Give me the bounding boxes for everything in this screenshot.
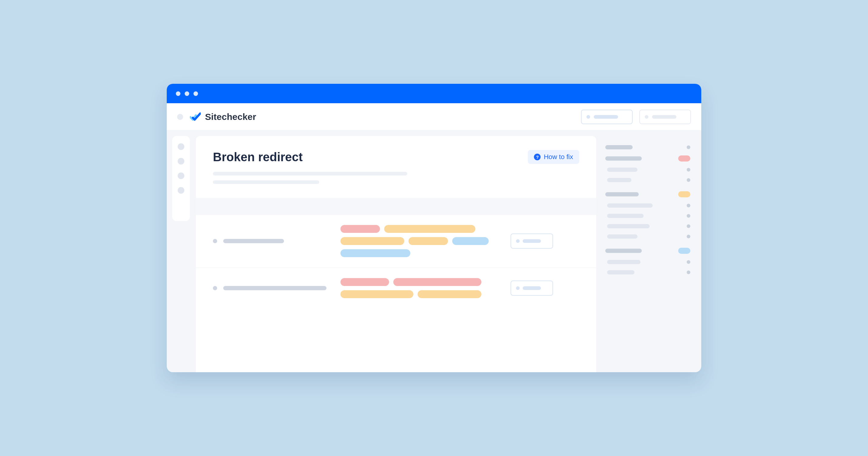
brand-name: Sitechecker xyxy=(205,112,256,122)
summary-item[interactable] xyxy=(605,203,690,208)
row-status-icon xyxy=(213,286,217,290)
sidebar-item[interactable] xyxy=(178,143,184,150)
window-minimize-icon[interactable] xyxy=(185,91,189,96)
row-tags xyxy=(340,278,498,298)
summary-item[interactable] xyxy=(605,270,690,274)
summary-group-notice[interactable] xyxy=(605,248,690,254)
issue-row xyxy=(196,267,596,308)
window-close-icon[interactable] xyxy=(176,91,180,96)
main-card: Broken redirect ? How to fix xyxy=(196,136,596,372)
checkmark-icon xyxy=(190,112,201,122)
how-to-fix-label: How to fix xyxy=(544,153,573,161)
row-url-placeholder xyxy=(223,286,327,290)
summary-heading xyxy=(605,145,690,150)
row-status-icon xyxy=(213,239,217,243)
header-action-secondary[interactable] xyxy=(639,109,691,124)
header-action-primary[interactable] xyxy=(581,109,632,124)
summary-item[interactable] xyxy=(605,214,690,218)
table-header-strip xyxy=(196,198,596,214)
summary-panel xyxy=(602,136,693,372)
summary-item[interactable] xyxy=(605,178,690,182)
summary-item[interactable] xyxy=(605,260,690,264)
row-action-button[interactable] xyxy=(510,281,553,296)
summary-item[interactable] xyxy=(605,168,690,172)
menu-icon[interactable] xyxy=(177,114,183,120)
how-to-fix-button[interactable]: ? How to fix xyxy=(528,150,579,164)
row-tags xyxy=(340,225,498,257)
window-maximize-icon[interactable] xyxy=(193,91,198,96)
window-titlebar xyxy=(167,84,701,103)
issue-row xyxy=(196,214,596,267)
sidebar-item[interactable] xyxy=(178,187,184,194)
brand-logo[interactable]: Sitechecker xyxy=(190,112,256,122)
sidebar-nav xyxy=(172,136,190,221)
summary-group-critical[interactable] xyxy=(605,156,690,162)
page-title: Broken redirect xyxy=(213,150,303,164)
summary-item[interactable] xyxy=(605,234,690,239)
app-header: Sitechecker xyxy=(167,103,701,131)
row-action-button[interactable] xyxy=(510,233,553,249)
sidebar-item[interactable] xyxy=(178,172,184,179)
row-url-placeholder xyxy=(223,239,284,243)
sidebar-item[interactable] xyxy=(178,158,184,165)
help-icon: ? xyxy=(534,154,540,160)
app-window: Sitechecker Broken redirect ? How to fix xyxy=(167,84,701,372)
app-body: Broken redirect ? How to fix xyxy=(167,131,701,372)
summary-item[interactable] xyxy=(605,224,690,228)
summary-group-warning[interactable] xyxy=(605,191,690,197)
description-placeholder xyxy=(213,172,579,184)
